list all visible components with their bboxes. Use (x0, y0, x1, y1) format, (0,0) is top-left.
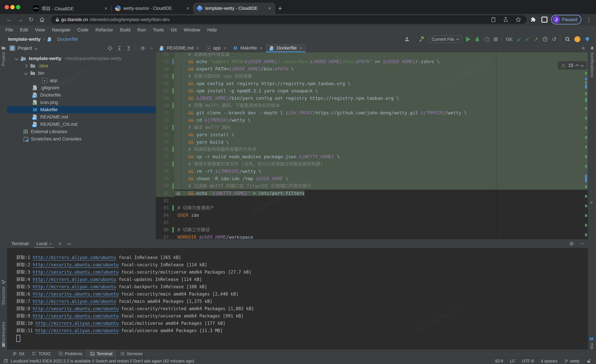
gear-icon[interactable] (140, 45, 146, 51)
stripe-mark[interactable] (585, 195, 587, 198)
git-push-icon[interactable]: ↗ (534, 36, 538, 42)
git-branch-widget[interactable]: wetty (564, 359, 580, 364)
code-line[interactable]: 87WORKDIR $USER_HOME/workspace (156, 233, 588, 239)
tree-item-readme-cn-md[interactable]: README_CN.md (7, 121, 156, 128)
code-line[interactable]: 84USER ide (156, 211, 588, 219)
rollback-icon[interactable]: ↺ (552, 36, 556, 42)
share-icon[interactable] (503, 17, 508, 22)
package-url-link[interactable]: http://security.ubuntu.com/ubuntu (33, 269, 119, 275)
stripe-mark[interactable] (585, 98, 587, 102)
expand-all-icon[interactable] (117, 46, 122, 51)
close-icon[interactable]: × (223, 45, 226, 51)
editor-tab-readme.md[interactable]: README.md× (156, 44, 202, 52)
package-url-link[interactable]: http://security.ubuntu.com/ubuntu (33, 306, 119, 311)
git-update-icon[interactable]: ↙ (517, 36, 522, 42)
stripe-mark[interactable] (585, 126, 587, 129)
stripe-bookmarks-tab[interactable]: Bookmarks (1, 322, 6, 344)
close-icon[interactable]: × (49, 241, 52, 246)
tree-item-external-libraries[interactable]: External Libraries (7, 128, 156, 135)
code-line[interactable]: 81 && echo "${WETTY_HOME}" > /etc/port-f… (156, 190, 588, 197)
code-line[interactable]: 76 && cp -r build node_modules package.j… (156, 153, 588, 160)
tool-window-button-services[interactable]: Services (116, 349, 147, 358)
chevron-down-icon[interactable] (34, 47, 37, 50)
window-zoom-button[interactable] (16, 5, 20, 9)
debug-bug-icon[interactable] (474, 36, 480, 42)
menu-edit[interactable]: Edit (16, 27, 31, 33)
stripe-mark[interactable] (585, 136, 587, 139)
tree-item-app[interactable]: app (7, 77, 156, 84)
terminal-dropdown-icon[interactable] (67, 241, 71, 245)
side-panel-icon[interactable] (541, 17, 547, 23)
build-hammer-icon[interactable] (418, 36, 424, 42)
code-line[interactable]: 72 # 编译 WeTTY 源码 (156, 124, 588, 131)
menu-code[interactable]: Code (74, 27, 92, 33)
menu-git[interactable]: Git (167, 27, 180, 33)
code-line[interactable]: 80 # 过滤掉 WeTTY 的端口在 TitanIDE 应用端口列表的展示 (156, 182, 588, 190)
clipboard-icon[interactable] (491, 17, 496, 22)
menu-help[interactable]: Help (204, 27, 220, 33)
notifications-bell-icon[interactable] (590, 46, 594, 51)
stripe-notifications-tab[interactable]: Notifications (590, 52, 595, 77)
package-url-link[interactable]: http://security.ubuntu.com/ubuntu (33, 262, 119, 267)
stripe-mark[interactable] (585, 78, 587, 80)
code-line[interactable]: 67 && npm install -g npm@9.3.1 yarn cnpm… (156, 87, 588, 95)
tree-item-scratches-and-consoles[interactable]: Scratches and Consoles (7, 135, 156, 143)
code-line[interactable]: 85 (156, 219, 588, 226)
stripe-mark[interactable] (585, 107, 587, 110)
stripe-mark[interactable] (585, 117, 587, 119)
gear-icon[interactable] (569, 241, 574, 246)
back-icon[interactable]: ← (4, 16, 14, 23)
tree-item--gitignore[interactable]: .gitignore (7, 84, 156, 91)
stripe-mark[interactable] (585, 205, 587, 207)
code-line[interactable]: 66 && npm config set registry https://re… (156, 80, 588, 87)
menu-refactor[interactable]: Refactor (92, 27, 117, 33)
search-everywhere-icon[interactable] (565, 36, 570, 42)
user-settings-icon[interactable] (404, 36, 410, 42)
run-button[interactable] (466, 36, 470, 42)
tree-item-bin[interactable]: bin (7, 69, 156, 77)
stripe-mark[interactable] (585, 224, 587, 226)
menu-window[interactable]: Window (180, 27, 204, 33)
tree-item-readme-md[interactable]: README.md (7, 113, 156, 121)
git-commit-icon[interactable]: ✓ (525, 36, 530, 42)
stripe-mark[interactable] (585, 185, 587, 188)
code-line[interactable]: 65 # 设置为国内的 npm 仓库镜像 (156, 73, 588, 80)
menu-navigate[interactable]: Navigate (49, 27, 74, 33)
stripe-mark[interactable] (585, 146, 587, 148)
reload-icon[interactable]: ↻ (26, 16, 36, 23)
collapse-all-icon[interactable] (126, 46, 131, 51)
close-icon[interactable]: × (260, 45, 262, 51)
code-line[interactable]: 71 && cd ${TMPDIR}/wetty \ (156, 116, 588, 124)
collapse-stripe-icon[interactable]: « (590, 199, 593, 205)
next-warning-icon[interactable] (581, 63, 584, 67)
forward-icon[interactable]: → (15, 16, 25, 23)
line-separator[interactable]: LF (510, 359, 515, 364)
stripe-mark[interactable] (585, 165, 587, 168)
status-message[interactable]: Localized IntelliJ IDEA 2022.2.2 is avai… (11, 359, 194, 364)
prev-warning-icon[interactable] (575, 64, 579, 68)
tree-item-makefile[interactable]: Makefile (7, 106, 156, 113)
close-icon[interactable]: × (196, 45, 199, 51)
editor-tab-app[interactable]: app× (202, 44, 229, 52)
menu-view[interactable]: View (31, 27, 48, 33)
tree-item-icon-png[interactable]: icon.png (7, 99, 156, 106)
code-line[interactable]: 68 && ${NODE_HOME}/bin/yarn config set r… (156, 95, 588, 102)
tool-window-button-problems[interactable]: Problems (55, 349, 87, 358)
new-tab-button[interactable]: + (275, 3, 285, 14)
ide-gem-icon[interactable] (584, 36, 590, 42)
package-url-link[interactable]: http://mirrors.aliyun.com/ubuntu (35, 321, 119, 326)
chevron-right-icon[interactable] (24, 64, 28, 67)
code-line[interactable]: 62 # 设置路径环境变量 (156, 52, 588, 58)
package-url-link[interactable]: http://mirrors.aliyun.com/ubuntu (33, 284, 116, 289)
editor-tab-makefile[interactable]: Makefile× (229, 44, 266, 52)
package-url-link[interactable]: http://mirrors.aliyun.com/ubuntu (33, 299, 116, 304)
code-editor[interactable]: 62 # 设置路径环境变量63 && echo "export PATH=${U… (156, 52, 588, 239)
tool-window-button-git[interactable]: Git (9, 349, 28, 358)
update-available-icon[interactable]: ↑ (574, 36, 580, 42)
code-line[interactable]: 77 # 清理不再需要的源文件 (当然，也可以采用独立的融容器来构建) (156, 160, 588, 168)
tree-item-template-wetty[interactable]: template-wetty~/workspace/template-wetty (7, 55, 156, 62)
tool-window-button-todo[interactable]: TODO (28, 349, 55, 358)
unlock-icon[interactable] (587, 359, 591, 363)
hide-panel-icon[interactable]: − (581, 241, 584, 247)
code-line[interactable]: 82 (156, 197, 588, 204)
